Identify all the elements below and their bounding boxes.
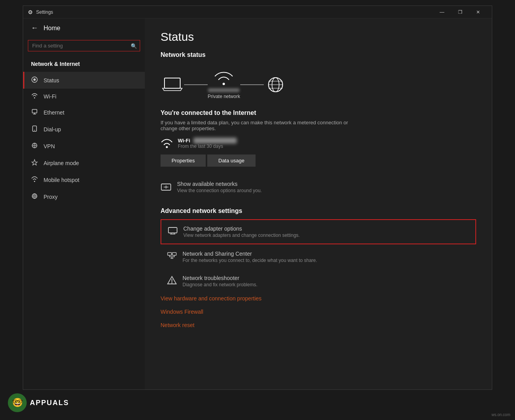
reset-link[interactable]: Network reset [161,320,476,330]
private-network-label: Private network [208,94,240,99]
airplane-label: Airplane mode [44,160,79,166]
connection-line-2 [240,84,264,85]
hotspot-icon [31,176,38,184]
close-button[interactable]: ✕ [469,6,487,18]
ethernet-icon [31,108,38,116]
data-usage-button[interactable]: Data usage [207,155,256,167]
advanced-title: Advanced network settings [161,207,476,215]
sidebar-item-status[interactable]: Status [23,72,145,89]
svg-rect-14 [168,227,177,233]
sidebar: ← Home 🔍 Network & Internet Status [23,18,145,389]
connection-line-1 [184,84,208,85]
sharing-title: Network and Sharing Center [183,251,317,257]
adapter-desc: View network adapters and change connect… [183,233,300,238]
action-buttons: Properties Data usage [161,155,476,167]
sharing-center-item[interactable]: Network and Sharing Center For the netwo… [161,245,476,269]
troubleshooter-icon [167,276,177,287]
airplane-icon [31,159,38,167]
svg-point-4 [34,130,35,131]
adapter-text: Change adapter options View network adap… [183,225,300,238]
sidebar-home[interactable]: ← Home [23,18,145,38]
svg-point-12 [166,146,168,148]
troubleshooter-desc: Diagnose and fix network problems. [183,282,258,287]
window-title: Settings [36,9,53,15]
svg-rect-8 [164,78,180,88]
wifi-name-label: Wi-Fi [178,138,190,144]
wifi-info: Wi-Fi ████████████ From the last 30 days [178,138,237,149]
sidebar-item-ethernet[interactable]: Ethernet [23,104,145,121]
proxy-label: Proxy [44,194,58,200]
status-icon [31,76,38,84]
laptop-icon [161,75,184,95]
wifi-diagram-center: Private network [208,70,240,99]
wifi-name-row: Wi-Fi ████████████ [178,138,237,144]
available-networks-text: Show available networks View the connect… [177,181,262,193]
page-title: Status [161,30,476,44]
svg-rect-16 [172,253,176,255]
troubleshooter-title: Network troubleshooter [183,275,258,281]
properties-button[interactable]: Properties [161,155,206,167]
logo-text: APPUALS [30,399,69,407]
proxy-icon [31,193,38,201]
available-networks-option[interactable]: Show available networks View the connect… [161,176,476,200]
vpn-icon [31,142,38,150]
wifi-blurred-label [208,88,239,92]
wifi-icon [31,93,38,100]
adapter-icon [168,226,178,237]
hotspot-label: Mobile hotspot [44,177,79,183]
sidebar-item-proxy[interactable]: Proxy [23,188,145,205]
troubleshooter-text: Network troubleshooter Diagnose and fix … [183,275,258,287]
sidebar-item-airplane[interactable]: Airplane mode [23,155,145,171]
adapter-title: Change adapter options [183,225,300,232]
wifi-sub-label: From the last 30 days [178,144,237,149]
wifi-ssid-blurred: ████████████ [194,138,237,144]
wifi-status-row: Wi-Fi ████████████ From the last 30 days [161,138,476,149]
network-status-title: Network status [161,51,476,58]
minimize-button[interactable]: — [433,6,451,18]
available-networks-title: Show available networks [177,181,262,187]
network-diagram: Private network [161,66,476,103]
section-label: Network & Internet [23,58,145,72]
svg-point-9 [223,83,225,85]
home-label: Home [44,25,60,32]
settings-icon: ⚙ [28,9,33,15]
sharing-icon [167,251,177,262]
connected-desc: If you have a limited data plan, you can… [161,120,357,131]
sharing-text: Network and Sharing Center For the netwo… [183,251,317,263]
svg-point-1 [33,78,36,81]
available-networks-desc: View the connection options around you. [177,188,262,193]
search-box: 🔍 [28,40,140,51]
wifi-status-icon [161,138,173,149]
change-adapter-item[interactable]: Change adapter options View network adap… [161,219,476,244]
content-area: ← Home 🔍 Network & Internet Status [23,18,492,389]
back-icon: ← [31,24,38,32]
dialup-label: Dial-up [44,126,61,133]
dialup-icon [31,125,38,133]
search-input[interactable] [28,40,140,51]
vpn-label: VPN [44,143,55,149]
svg-rect-2 [32,109,37,113]
logo-icon: 🤓 [8,393,27,412]
troubleshooter-item[interactable]: Network troubleshooter Diagnose and fix … [161,269,476,293]
search-icon: 🔍 [131,43,137,49]
sidebar-item-hotspot[interactable]: Mobile hotspot [23,171,145,188]
sharing-desc: For the networks you connect to, decide … [183,258,317,263]
status-label: Status [44,77,59,84]
logo-area: 🤓 APPUALS [8,393,69,412]
ethernet-label: Ethernet [44,109,64,116]
titlebar: ⚙ Settings — ❐ ✕ [23,6,492,18]
sidebar-item-vpn[interactable]: VPN [23,138,145,155]
firewall-link[interactable]: Windows Firewall [161,307,476,316]
connected-title: You're connected to the Internet [161,109,476,116]
wifi-label: Wi-Fi [44,93,57,100]
maximize-button[interactable]: ❐ [451,6,469,18]
hardware-link[interactable]: View hardware and connection properties [161,294,476,303]
sidebar-item-wifi[interactable]: Wi-Fi [23,89,145,104]
watermark: ws.on.com [491,413,510,417]
sidebar-item-dialup[interactable]: Dial-up [23,121,145,138]
wifi-diagram-icon [213,70,235,87]
settings-window: ⚙ Settings — ❐ ✕ ← Home 🔍 Network & Inte… [23,5,492,390]
main-content: Status Network status [145,18,492,389]
globe-icon [264,75,287,95]
available-networks-icon [161,182,172,195]
